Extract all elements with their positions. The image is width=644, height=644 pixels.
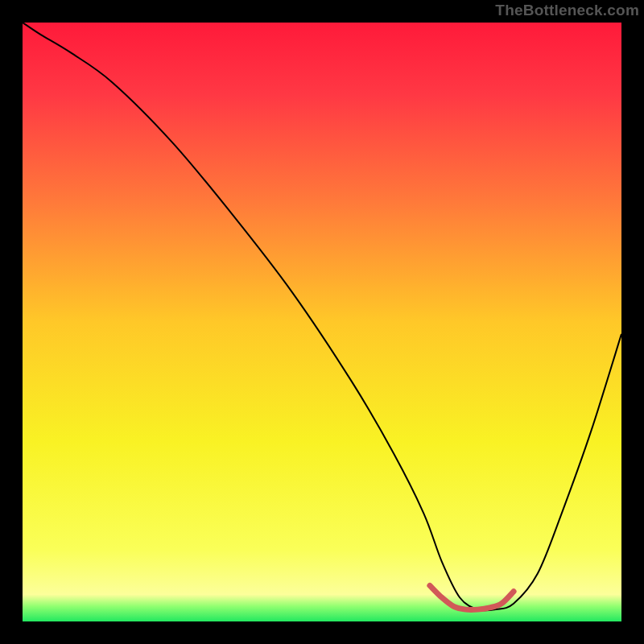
chart-plot-area — [23, 23, 621, 621]
watermark-text: TheBottleneck.com — [495, 2, 639, 19]
chart-svg — [23, 23, 621, 621]
chart-background — [23, 23, 621, 621]
